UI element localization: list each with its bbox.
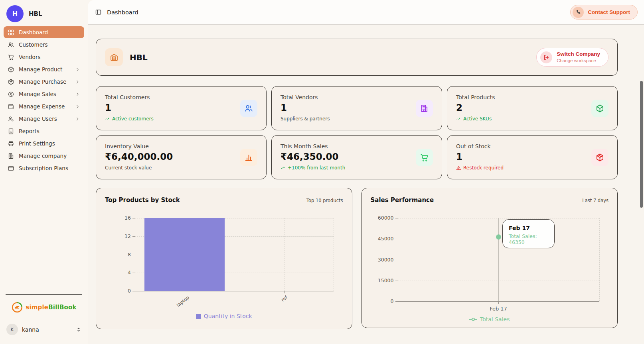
users-icon [240, 100, 257, 117]
sales-performance-chart-card: Sales Performance Last 7 days 0150003000… [362, 188, 618, 328]
sidebar: H HBL DashboardCustomersVendorsManage Pr… [0, 0, 88, 344]
page-title: Dashboard [107, 9, 138, 16]
dashboard-content: HBL Switch Company Change workspace Tota… [88, 25, 644, 344]
workspace-card: HBL Switch Company Change workspace [96, 39, 618, 76]
stat-title: Total Vendors [281, 94, 433, 100]
printer-icon [8, 140, 14, 147]
x-tick-label: ref [280, 295, 288, 303]
sidebar-item-label: Subscription Plans [19, 165, 68, 171]
stat-subtext: Current stock value [105, 165, 257, 171]
stat-title: This Month Sales [281, 143, 433, 149]
app-root: H HBL DashboardCustomersVendorsManage Pr… [0, 0, 644, 344]
trend-up-icon [281, 165, 286, 171]
stat-value: 1 [105, 102, 257, 113]
legend-swatch [196, 314, 201, 319]
stat-value: 1 [281, 102, 433, 113]
user-menu[interactable]: K kanna [0, 319, 88, 344]
y-tick-label: 60000 [370, 215, 394, 221]
sidebar-item-manage-company[interactable]: Manage company [4, 150, 84, 162]
sidebar-bottom: simpleBillBook K kanna [0, 294, 88, 344]
y-tick-label: 30000 [370, 257, 394, 263]
contact-support-button[interactable]: Contact Support [570, 5, 638, 20]
credit-card-icon [8, 165, 14, 172]
users-icon [8, 41, 14, 48]
charts-grid: Top Products by Stock Top 10 products 04… [96, 188, 618, 329]
user-avatar: K [6, 324, 18, 335]
sidebar-item-vendors[interactable]: Vendors [4, 51, 84, 63]
chart-legend: Total Sales [362, 316, 618, 322]
chart-subtitle: Top 10 products [306, 198, 343, 203]
gridline [599, 218, 600, 301]
building-icon [8, 153, 14, 159]
y-tick-label: 15000 [370, 277, 394, 284]
stat-title: Total Products [456, 94, 608, 100]
chevron-right-icon [75, 116, 80, 122]
phone-icon [573, 7, 584, 18]
report-icon [8, 128, 14, 135]
stat-subtext: Suppliers & partners [281, 116, 433, 122]
topbar: Dashboard Contact Support [88, 0, 644, 25]
vertical-scrollbar[interactable] [640, 81, 643, 208]
switch-company-sublabel: Change workspace [557, 58, 600, 63]
sidebar-item-manage-product[interactable]: Manage Product [4, 63, 84, 75]
gridline [284, 218, 284, 291]
stat-card-inventory-value: Inventory Value₹6,40,000.00Current stock… [96, 135, 267, 179]
package-plus-icon [8, 79, 14, 85]
stat-subtext: Active SKUs [456, 116, 608, 122]
logout-icon [540, 51, 552, 63]
sidebar-item-manage-expense[interactable]: Manage Expense [4, 100, 84, 112]
trend-up-icon [456, 116, 461, 122]
x-axis [398, 301, 599, 302]
switch-company-button[interactable]: Switch Company Change workspace [536, 48, 608, 67]
sidebar-item-subscription-plans[interactable]: Subscription Plans [4, 162, 84, 174]
company-avatar: H [6, 5, 24, 22]
sidebar-item-label: Manage Product [19, 66, 62, 73]
stat-value: 1 [456, 151, 608, 162]
sidebar-item-reports[interactable]: Reports [4, 125, 84, 137]
tooltip-value: Total Sales: 46350 [509, 233, 548, 245]
legend-label: Quantity in Stock [204, 313, 252, 319]
contact-support-label: Contact Support [588, 9, 630, 15]
stat-value: ₹46,350.00 [281, 151, 433, 162]
stat-card-total-vendors: Total Vendors1Suppliers & partners [271, 86, 442, 130]
stat-subtext: Restock required [456, 165, 608, 171]
brand-text: simpleBillBook [26, 304, 76, 311]
sidebar-item-manage-purchase[interactable]: Manage Purchase [4, 76, 84, 88]
sidebar-item-label: Reports [19, 128, 40, 134]
brand-logo: simpleBillBook [0, 295, 88, 319]
grid-icon [8, 29, 14, 36]
sidebar-item-dashboard[interactable]: Dashboard [4, 26, 84, 38]
sidebar-item-label: Manage Users [19, 116, 57, 122]
chart-title: Sales Performance [371, 197, 434, 204]
top-products-chart-card: Top Products by Stock Top 10 products 04… [96, 188, 352, 329]
stat-title: Out of Stock [456, 143, 608, 149]
sidebar-item-customers[interactable]: Customers [4, 39, 84, 51]
chevron-right-icon [75, 104, 80, 109]
sidebar-toggle-icon[interactable] [95, 9, 102, 16]
company-building-icon [105, 48, 123, 66]
stat-card-this-month-sales: This Month Sales₹46,350.00+100% from las… [271, 135, 442, 179]
legend-line-icon [469, 317, 477, 321]
stats-grid: Total Customers1Active customersTotal Ve… [96, 86, 618, 179]
y-tick-label: 16 [107, 215, 131, 221]
chevron-right-icon [75, 92, 80, 97]
main-area: Dashboard Contact Support HBL [88, 0, 644, 344]
workspace-name: HBL [130, 53, 148, 62]
sidebar-item-print-settings[interactable]: Print Settings [4, 138, 84, 149]
stat-subtext: Active customers [105, 116, 257, 122]
user-settings-icon [8, 116, 14, 122]
stat-title: Total Customers [105, 94, 257, 100]
bar-chart-icon [240, 149, 257, 166]
switch-company-label: Switch Company [557, 51, 600, 58]
sidebar-item-label: Vendors [19, 54, 40, 60]
bar-laptop[interactable] [144, 218, 224, 291]
brand-part1: simple [26, 304, 48, 311]
data-point[interactable] [496, 234, 501, 240]
sidebar-item-manage-sales[interactable]: Manage Sales [4, 88, 84, 100]
package-icon [8, 66, 14, 73]
y-tick-label: 45000 [370, 236, 394, 242]
sidebar-item-manage-users[interactable]: Manage Users [4, 113, 84, 125]
sidebar-item-label: Customers [19, 41, 48, 48]
brand-part2: BillBook [48, 304, 76, 311]
y-tick-label: 12 [107, 233, 131, 240]
